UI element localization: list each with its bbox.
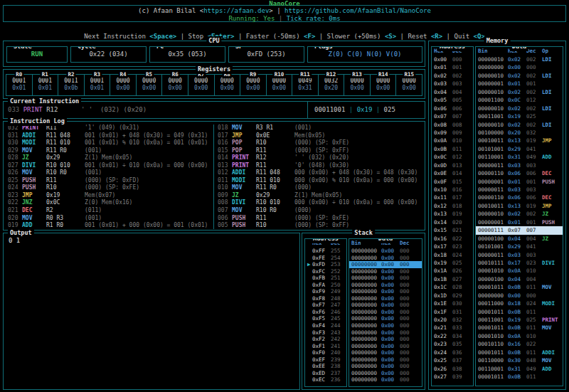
log-comment: (001) <box>85 147 213 155</box>
stack-address-hex: 0xF7 <box>312 302 331 309</box>
stack-marker-spacer <box>307 295 312 302</box>
log-entry: 025PUSHR11(000) (SP: 0xFD) <box>4 177 213 185</box>
memory-data-hex: 0x03 <box>508 186 526 194</box>
copyright-line: (c) Afaan Bilal <https://afaan.dev> | ht… <box>4 7 565 14</box>
memory-data-hex: 0x31 <box>508 365 526 373</box>
stack-data-dec: 000 <box>400 343 415 350</box>
memory-data-row: 000000010x01001PUSH <box>476 218 563 226</box>
memory-data-dec: 024 <box>526 300 542 307</box>
memory-data-op: DEC <box>542 169 563 177</box>
log-args: 0x0C <box>46 199 85 207</box>
register-r1: R100010x01 <box>32 74 59 96</box>
controls-text: | Quit <box>442 33 473 40</box>
log-args: R1 R0 <box>46 222 85 229</box>
log-opcode: PRINT <box>232 154 256 162</box>
memory-data-bin: 00010011 <box>478 202 508 210</box>
log-comment: 001 (0x01) ÷ 010 (0x0a) = 000 (0x00) <box>85 162 213 170</box>
memory-data-op: ADD <box>542 365 563 373</box>
log-args: R10 <box>256 222 294 229</box>
stack-address-row: 0xFE254 <box>305 255 346 262</box>
log-line-number: 024 <box>8 184 22 192</box>
memory-data-row: 000000110x03003 <box>476 186 563 194</box>
memory-data-bin: 00010111 <box>478 259 508 267</box>
controls-text: Next Instruction <box>84 33 149 40</box>
column-header: Op <box>542 47 563 55</box>
stack-data-hex: 0x00 <box>381 288 400 295</box>
register-dec-value: 0001 <box>33 78 58 85</box>
register-hex-value: 0x00 <box>162 85 188 92</box>
memory-data-row: 000010100x0A010 <box>476 332 563 340</box>
author-site-link[interactable]: https://afaan.dev <box>203 7 269 14</box>
memory-data-dec: 001 <box>526 218 542 226</box>
stack-address-hex: 0xEC <box>312 376 331 383</box>
memory-data-rows[interactable]: 000000100x02002LDI000000000x000000000001… <box>476 55 563 381</box>
log-opcode: MODI <box>232 177 256 185</box>
memory-address-hex: 0x14 <box>434 218 452 226</box>
log-line-number: 017 <box>218 132 232 140</box>
repo-link[interactable]: https://github.com/AfaanBilal/NanoCore <box>284 7 431 14</box>
stack-data-row: 000000000x00000 <box>349 268 422 275</box>
memory-address-hex: 0x15 <box>434 226 452 234</box>
memory-data-dec: 001 <box>526 178 542 186</box>
stack-title: Stack <box>352 228 375 238</box>
memory-address-hex: 0x18 <box>434 251 452 259</box>
memory-data-row: 000000010x01001 <box>476 80 563 88</box>
log-entry: 019ADDR1 R0001 (0x01) + 000 (0x00) = 001… <box>4 222 213 229</box>
stack-data-row: 000000000x00000 <box>349 315 422 322</box>
log-args: R0 R3 <box>46 215 85 223</box>
memory-address-dec: 035 <box>452 340 473 348</box>
memory-data-hex: 0x03 <box>508 161 526 169</box>
log-entry: 007MOVR10 R0(000) <box>214 207 426 215</box>
log-comment: (001) <box>294 125 426 132</box>
current-instruction-title: Current Instruction <box>8 97 81 106</box>
memory-data-hex: 0x0C <box>508 96 526 104</box>
memory-data-op: MOV <box>542 356 563 364</box>
stack-data-row: 000000000x00000 <box>349 255 422 262</box>
stack-data-row: 000000000x00000 <box>349 302 422 309</box>
log-entry: 008DIVIR10 010000 (0x00) ÷ 010 (0x0a) = … <box>214 199 426 207</box>
log-comment: '0' (048) (0x30) <box>294 162 426 170</box>
stack-address-rows[interactable]: 0xFF255 0xFE254▶0xFD253 0xFC252 0xFB251 … <box>305 248 346 383</box>
memory-data-op <box>542 161 563 169</box>
log-comment: (001) <box>85 169 213 177</box>
memory-data-hex: 0x02 <box>508 121 526 129</box>
memory-address-dec: 006 <box>452 105 473 112</box>
stack-data-dec: 000 <box>400 322 415 329</box>
memory-data-dec: 019 <box>526 137 542 144</box>
register-label: R15 <box>403 70 415 78</box>
stack-marker-spacer <box>307 322 312 329</box>
memory-address-row: 0x14020 <box>432 218 473 226</box>
memory-data-hex: 0x01 <box>508 80 526 88</box>
log-entry: 006PUSHR11(000) (SP: 0xFE) <box>214 215 426 223</box>
memory-data-dec: 049 <box>526 153 542 161</box>
stack-data-row: 000000000x00000 <box>349 370 422 377</box>
stack-data-bin: 00000000 <box>351 302 381 309</box>
memory-data-row: 000010110x0B011 <box>476 373 563 381</box>
stack-data-dec: 000 <box>400 261 415 268</box>
log-comment: ' ' (032) (0x20) <box>294 154 426 162</box>
memory-address-dec: 002 <box>452 72 473 80</box>
log-args: R11 <box>46 177 85 185</box>
register-r5: R500000x00 <box>136 74 163 96</box>
memory-address-row: 0x1F031 <box>432 308 473 316</box>
memory-address-rows[interactable]: 0x000000x010010x020020x030030x040040x050… <box>432 55 473 381</box>
memory-data-op: PUSH <box>542 178 563 186</box>
stack-address-hex: 0xFC <box>312 268 331 275</box>
memory-address-hex: 0x19 <box>434 259 452 267</box>
memory-data-bin: 00101001 <box>478 243 508 250</box>
stack-data-rows[interactable]: 000000000x00000000000000x00000000000000x… <box>349 248 422 383</box>
memory-address-row: 0x00000 <box>432 55 473 63</box>
stack-address-dec: 241 <box>331 343 346 350</box>
stack-data-row: 000000000x00000 <box>349 309 422 316</box>
log-comment: (000) (SP: 0xFD) <box>85 177 213 185</box>
memory-data-title: Data <box>510 46 528 51</box>
memory-address-dec: 016 <box>452 186 473 194</box>
log-entry: 018MOVR3 R1(001) <box>214 125 426 132</box>
memory-address-dec: 039 <box>452 373 473 381</box>
memory-data-op <box>542 129 563 137</box>
memory-address-hex: 0x01 <box>434 63 452 71</box>
stack-data-row: 000000000x00000 <box>349 363 422 370</box>
memory-address-hex: 0x02 <box>434 72 452 80</box>
stack-address-dec: 245 <box>331 315 346 322</box>
log-line-number: 014 <box>218 154 232 162</box>
